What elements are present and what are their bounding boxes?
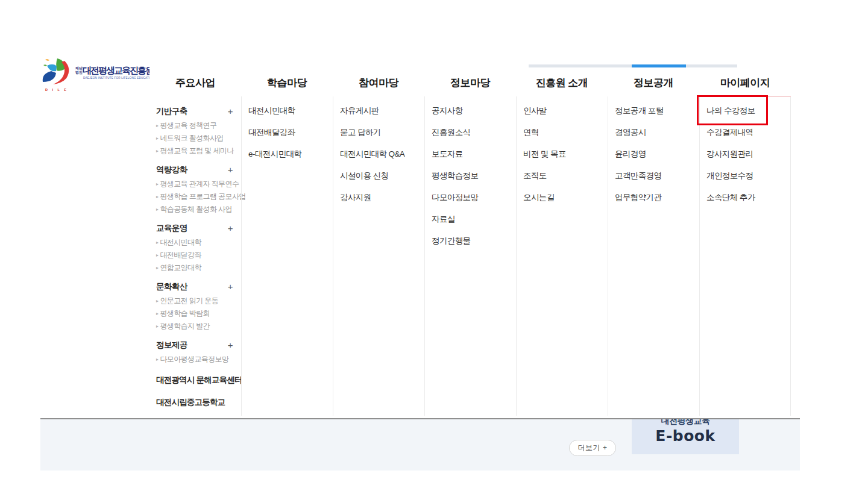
menu-group: 교육운영+▸대전시민대학▸대전배달강좌▸연합교양대학	[156, 223, 236, 274]
nav-item-4[interactable]: 정보마당	[424, 72, 516, 94]
menu-item[interactable]: 대전시민대학	[248, 106, 328, 115]
menu-sub-label: 대전배달강좌	[160, 251, 201, 259]
logo-prefix-bottom: 법인	[75, 70, 83, 75]
logo-mark-cyan	[47, 64, 57, 72]
menu-sub-item[interactable]: ▸평생교육 포럼 및 세미나	[156, 145, 236, 157]
menu-sub-item[interactable]: ▸평생학습 박람회	[156, 307, 236, 320]
menu-sub-item[interactable]: ▸대전배달강좌	[156, 249, 236, 261]
menu-item[interactable]: 자료실	[432, 214, 511, 224]
menu-group-title: 기반구축	[156, 106, 187, 117]
arrow-icon: ▸	[156, 181, 158, 187]
menu-item[interactable]: 강사지원	[340, 193, 420, 202]
logo-subtitle: DAEJEON INSTITUTE FOR LIFELONG EDUCATION	[83, 77, 149, 80]
menu-item[interactable]: 조직도	[523, 171, 603, 180]
menu-group: 역량강화+▸평생교육 관계자 직무연수▸평생학습 프로그램 공모사업▸학습공동체…	[156, 164, 236, 216]
banner-slider-track[interactable]	[529, 64, 737, 67]
menu-item[interactable]: 업무협약기관	[615, 193, 694, 202]
menu-item[interactable]: 다모아정보망	[432, 193, 511, 202]
nav-item-1[interactable]: 주요사업	[149, 72, 241, 94]
nav-item-5[interactable]: 진흥원 소개	[516, 72, 608, 94]
menu-item[interactable]: 시설이용 신청	[340, 171, 420, 180]
logo-title: 대전평생교육진흥원	[83, 65, 149, 75]
menu-item[interactable]: 고객만족경영	[615, 171, 694, 180]
menu-item[interactable]: 소속단체 추가	[706, 193, 785, 202]
menu-sub-label: 평생학습 프로그램 공모사업	[160, 192, 245, 201]
menu-sub-item[interactable]: ▸다모아평생교육정보망	[156, 353, 236, 366]
menu-item[interactable]: 경영공시	[615, 128, 694, 137]
menu-item[interactable]: 인사말	[523, 106, 603, 115]
menu-item[interactable]: 평생학습정보	[432, 171, 511, 180]
menu-sub-label: 평생교육 관계자 직무연수	[160, 180, 239, 188]
plus-icon[interactable]: +	[228, 282, 236, 291]
menu-column-3: 자유게시판묻고 답하기대전시민대학 Q&A시설이용 신청강사지원	[333, 96, 424, 416]
menu-group-header[interactable]: 기반구축+	[156, 106, 236, 116]
menu-group-header[interactable]: 정보제공+	[156, 340, 236, 350]
nav-item-7[interactable]: 마이페이지	[699, 72, 791, 94]
menu-column-1: 기반구축+▸평생교육 정책연구▸네트워크 활성화사업▸평생교육 포럼 및 세미나…	[149, 96, 241, 416]
menu-sub-item[interactable]: ▸인문고전 읽기 운동	[156, 295, 236, 307]
page: { "logo": { "prefix_top": "재단", "prefix_…	[0, 0, 868, 488]
ebook-banner[interactable]: 대전평생교육 E-book	[632, 419, 739, 454]
menu-item[interactable]: 비전 및 목표	[523, 149, 603, 158]
menu-column-5: 인사말연혁비전 및 목표조직도오시는길	[516, 96, 608, 416]
arrow-icon: ▸	[156, 148, 158, 154]
menu-group: 문화확산+▸인문고전 읽기 운동▸평생학습 박람회▸평생학습지 발간	[156, 281, 236, 333]
site-logo[interactable]: D I L E 재단 법인 대전평생교육진흥원 DAEJEON INSTITUT…	[41, 58, 149, 94]
plus-icon[interactable]: +	[228, 107, 236, 116]
menu-item[interactable]: e-대전시민대학	[248, 149, 328, 158]
menu-sub-item[interactable]: ▸네트워크 활성화사업	[156, 132, 236, 145]
menu-sub-label: 학습공동체 활성화 사업	[160, 205, 231, 213]
menu-group-title: 역량강화	[156, 164, 187, 175]
menu-item[interactable]: 수강결제내역	[706, 128, 785, 137]
menu-item[interactable]: 정기간행물	[432, 236, 511, 245]
menu-item[interactable]: 개인정보수정	[706, 171, 785, 180]
logo-mark-blue	[43, 71, 56, 82]
plus-icon[interactable]: +	[228, 165, 236, 174]
nav-item-6[interactable]: 정보공개	[608, 72, 699, 94]
menu-sub-item[interactable]: ▸학습공동체 활성화 사업	[156, 203, 236, 216]
menu-item[interactable]: 대전배달강좌	[248, 128, 328, 137]
nav-item-2[interactable]: 학습마당	[241, 72, 333, 94]
plus-icon[interactable]: +	[228, 340, 236, 349]
more-button[interactable]: 더보기 +	[569, 440, 616, 456]
menu-item[interactable]: 묻고 답하기	[340, 128, 420, 137]
menu-column-4: 공지사항진흥원소식보도자료평생학습정보다모아정보망자료실정기간행물	[424, 96, 516, 416]
logo-graphic: D I L E 재단 법인 대전평생교육진흥원 DAEJEON INSTITUT…	[41, 58, 149, 94]
logo-deco-green	[43, 64, 47, 66]
menu-item[interactable]: 보도자료	[432, 149, 511, 158]
menu-item[interactable]: 진흥원소식	[432, 128, 511, 137]
menu-item[interactable]: 정보공개 포털	[615, 106, 694, 115]
menu-item[interactable]: 자유게시판	[340, 106, 420, 115]
menu-item[interactable]: 오시는길	[523, 193, 603, 202]
menu-item[interactable]: 공지사항	[432, 106, 511, 115]
menu-item[interactable]: 연혁	[523, 128, 603, 137]
arrow-icon: ▸	[156, 207, 158, 212]
menu-standalone-item[interactable]: 대전광역시 문해교육센터	[156, 375, 236, 385]
menu-item[interactable]: 강사지원관리	[706, 149, 785, 158]
arrow-icon: ▸	[156, 136, 158, 141]
menu-item[interactable]: 윤리경영	[615, 149, 694, 158]
menu-sub-label: 대전시민대학	[160, 238, 201, 246]
nav-item-3[interactable]: 참여마당	[333, 72, 424, 94]
menu-column-7: 나의 수강정보수강결제내역강사지원관리개인정보수정소속단체 추가	[699, 96, 791, 416]
menu-sub-label: 평생학습지 발간	[160, 322, 210, 330]
menu-group: 기반구축+▸평생교육 정책연구▸네트워크 활성화사업▸평생교육 포럼 및 세미나	[156, 106, 236, 157]
logo-prefix-top: 재단	[75, 66, 83, 70]
menu-sub-item[interactable]: ▸평생학습지 발간	[156, 320, 236, 333]
menu-sub-item[interactable]: ▸대전시민대학	[156, 236, 236, 249]
menu-group-header[interactable]: 문화확산+	[156, 281, 236, 292]
menu-sub-item[interactable]: ▸평생학습 프로그램 공모사업	[156, 190, 236, 203]
menu-column-2: 대전시민대학대전배달강좌e-대전시민대학	[241, 96, 333, 416]
menu-standalone-item[interactable]: 대전시립중고등학교	[156, 397, 236, 407]
bottom-section: 더보기 + 대전평생교육 E-book	[40, 418, 800, 471]
menu-sub-item[interactable]: ▸평생교육 관계자 직무연수	[156, 178, 236, 190]
menu-sub-item[interactable]: ▸평생교육 정책연구	[156, 119, 236, 132]
ebook-title: 대전평생교육	[632, 419, 739, 427]
menu-group-header[interactable]: 교육운영+	[156, 223, 236, 233]
main-nav: 주요사업학습마당참여마당정보마당진흥원 소개정보공개마이페이지	[149, 72, 791, 94]
menu-item[interactable]: 대전시민대학 Q&A	[340, 149, 420, 158]
plus-icon[interactable]: +	[228, 224, 236, 233]
arrow-icon: ▸	[156, 298, 158, 304]
menu-sub-item[interactable]: ▸연합교양대학	[156, 261, 236, 274]
menu-group-header[interactable]: 역량강화+	[156, 164, 236, 175]
